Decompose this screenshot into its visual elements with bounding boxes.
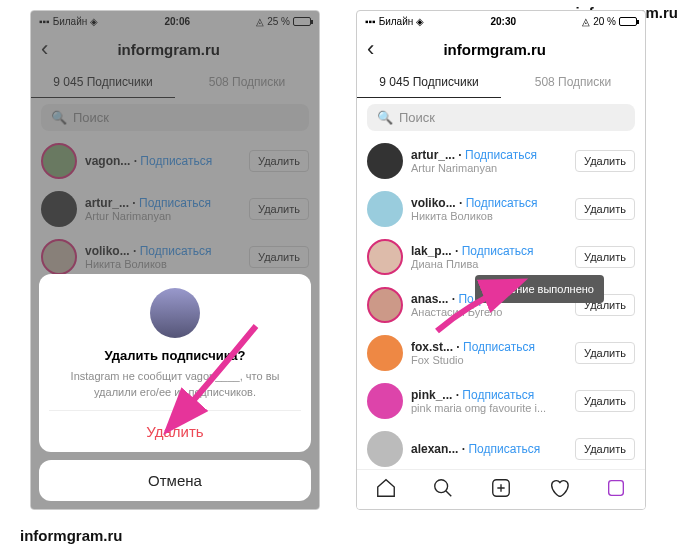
- phone-left: ▪▪▪Билайн◈ 20:06 ◬25 % ‹ informgram.ru 9…: [30, 10, 320, 510]
- remove-button[interactable]: Удалить: [575, 438, 635, 460]
- remove-button[interactable]: Удалить: [575, 390, 635, 412]
- cancel-button[interactable]: Отмена: [39, 460, 311, 501]
- avatar[interactable]: [367, 383, 403, 419]
- battery-pct: 20 %: [593, 16, 616, 27]
- tabs: 9 045 Подписчики 508 Подписки: [31, 67, 319, 98]
- search-icon: 🔍: [51, 110, 67, 125]
- search-input[interactable]: 🔍Поиск: [41, 104, 309, 131]
- avatar[interactable]: [367, 239, 403, 275]
- list-item: lak_p... · Подписаться Диана Плива Удали…: [357, 233, 645, 281]
- follow-link[interactable]: Подписаться: [140, 244, 212, 258]
- subtitle: Никита Воликов: [411, 210, 567, 222]
- follower-list: artur_... · Подписаться Artur Narimanyan…: [357, 137, 645, 473]
- list-item: voliko... · Подписаться Никита Воликов У…: [357, 185, 645, 233]
- avatar[interactable]: [367, 431, 403, 467]
- avatar[interactable]: [367, 191, 403, 227]
- svg-rect-2: [609, 480, 624, 495]
- follow-link[interactable]: Подписаться: [462, 244, 534, 258]
- battery-icon: [619, 17, 637, 26]
- follow-link[interactable]: Подписаться: [139, 196, 211, 210]
- subtitle: pink maria omg favourite i...: [411, 402, 567, 414]
- confirm-sheet: Удалить подписчика? Instagram не сообщит…: [39, 274, 311, 501]
- avatar[interactable]: [41, 191, 77, 227]
- home-icon[interactable]: [375, 477, 397, 503]
- clock: 20:06: [164, 16, 190, 27]
- list-item: pink_... · Подписаться pink maria omg fa…: [357, 377, 645, 425]
- username[interactable]: voliko...: [85, 244, 130, 258]
- list-item: alexan... · Подписаться Удалить: [357, 425, 645, 473]
- avatar[interactable]: [41, 239, 77, 275]
- follower-list: vagon... · Подписаться Удалить artur_...…: [31, 137, 319, 281]
- remove-button[interactable]: Удалить: [575, 246, 635, 268]
- wifi-icon: ◈: [90, 16, 98, 27]
- list-item: vagon... · Подписаться Удалить: [31, 137, 319, 185]
- watermark-bottom: informgram.ru: [20, 527, 123, 544]
- subtitle: Artur Narimanyan: [411, 162, 567, 174]
- signal-icon: ▪▪▪: [365, 16, 376, 27]
- location-icon: ◬: [256, 16, 264, 27]
- list-item: fox.st... · Подписаться Fox Studio Удали…: [357, 329, 645, 377]
- list-item: artur_... · ПодписатьсяArtur Narimanyan …: [31, 185, 319, 233]
- status-bar: ▪▪▪Билайн◈ 20:06 ◬25 %: [31, 11, 319, 31]
- remove-button[interactable]: Удалить: [249, 246, 309, 268]
- search-input[interactable]: 🔍Поиск: [367, 104, 635, 131]
- subtitle: Artur Narimanyan: [85, 210, 241, 222]
- username[interactable]: fox.st...: [411, 340, 453, 354]
- confirm-remove-button[interactable]: Удалить: [49, 410, 301, 452]
- follow-link[interactable]: Подписаться: [462, 388, 534, 402]
- page-title: informgram.ru: [30, 41, 309, 58]
- add-icon[interactable]: [490, 477, 512, 503]
- page-title: informgram.ru: [356, 41, 635, 58]
- subtitle: Fox Studio: [411, 354, 567, 366]
- avatar[interactable]: [367, 143, 403, 179]
- follow-link[interactable]: Подписаться: [468, 442, 540, 456]
- remove-button[interactable]: Удалить: [575, 198, 635, 220]
- follow-link[interactable]: Подписаться: [465, 148, 537, 162]
- battery-pct: 25 %: [267, 16, 290, 27]
- username[interactable]: artur_...: [411, 148, 455, 162]
- remove-button[interactable]: Удалить: [575, 150, 635, 172]
- wifi-icon: ◈: [416, 16, 424, 27]
- search-nav-icon[interactable]: [432, 477, 454, 503]
- list-item: artur_... · Подписаться Artur Narimanyan…: [357, 137, 645, 185]
- location-icon: ◬: [582, 16, 590, 27]
- search-icon: 🔍: [377, 110, 393, 125]
- username[interactable]: voliko...: [411, 196, 456, 210]
- avatar[interactable]: [367, 287, 403, 323]
- tab-followers[interactable]: 9 045 Подписчики: [31, 67, 175, 98]
- svg-point-0: [435, 479, 448, 492]
- toast: Удаление выполнено: [475, 275, 604, 303]
- follow-link[interactable]: Подписаться: [463, 340, 535, 354]
- follow-link[interactable]: Подписаться: [140, 154, 212, 168]
- subtitle: Анастасия Бугело: [411, 306, 567, 318]
- sheet-text: Instagram не сообщит vagon____, что вы у…: [49, 369, 301, 410]
- sheet-title: Удалить подписчика?: [49, 348, 301, 363]
- username[interactable]: lak_p...: [411, 244, 452, 258]
- search-placeholder: Поиск: [73, 110, 109, 125]
- avatar[interactable]: [41, 143, 77, 179]
- tab-followers[interactable]: 9 045 Подписчики: [357, 67, 501, 98]
- status-bar: ▪▪▪Билайн◈ 20:30 ◬20 %: [357, 11, 645, 31]
- username[interactable]: alexan...: [411, 442, 458, 456]
- heart-icon[interactable]: [548, 477, 570, 503]
- remove-button[interactable]: Удалить: [249, 198, 309, 220]
- tab-following[interactable]: 508 Подписки: [175, 67, 319, 98]
- username[interactable]: vagon...: [85, 154, 130, 168]
- tabs: 9 045 Подписчики 508 Подписки: [357, 67, 645, 98]
- clock: 20:30: [490, 16, 516, 27]
- sheet-avatar: [150, 288, 200, 338]
- subtitle: Диана Плива: [411, 258, 567, 270]
- remove-button[interactable]: Удалить: [249, 150, 309, 172]
- avatar[interactable]: [367, 335, 403, 371]
- profile-icon[interactable]: [605, 477, 627, 503]
- carrier: Билайн: [53, 16, 88, 27]
- follow-link[interactable]: Подписаться: [466, 196, 538, 210]
- username[interactable]: anas...: [411, 292, 448, 306]
- tab-following[interactable]: 508 Подписки: [501, 67, 645, 98]
- username[interactable]: pink_...: [411, 388, 452, 402]
- phone-right: ▪▪▪Билайн◈ 20:30 ◬20 % ‹ informgram.ru 9…: [356, 10, 646, 510]
- signal-icon: ▪▪▪: [39, 16, 50, 27]
- search-placeholder: Поиск: [399, 110, 435, 125]
- username[interactable]: artur_...: [85, 196, 129, 210]
- remove-button[interactable]: Удалить: [575, 342, 635, 364]
